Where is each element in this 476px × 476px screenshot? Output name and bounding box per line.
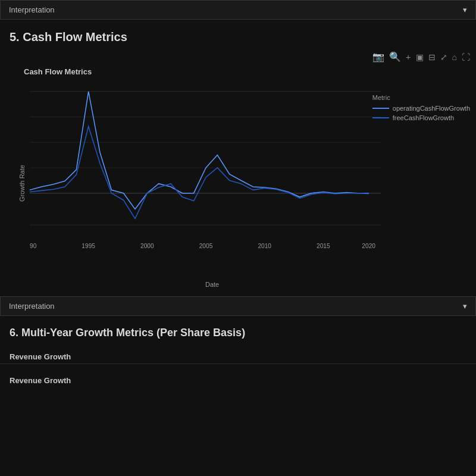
section5-title: 5. Cash Flow Metrics [0, 20, 476, 49]
svg-text:1990: 1990 [30, 242, 36, 249]
top-chevron-icon: ▾ [463, 5, 467, 14]
toolbar-box-icon[interactable]: ▣ [416, 52, 424, 62]
svg-text:2005: 2005 [199, 242, 213, 249]
legend-line-operating [372, 108, 389, 109]
svg-text:2015: 2015 [317, 242, 330, 249]
bottom-interpretation-label: Interpretation [9, 302, 55, 311]
svg-text:1995: 1995 [82, 242, 95, 249]
legend-item-free: freeCashFlowGrowth [372, 114, 470, 121]
chart-legend: Metric operatingCashFlowGrowth freeCashF… [372, 94, 470, 124]
x-axis-label: Date [205, 281, 219, 288]
revenue-growth-2: Revenue Growth [0, 364, 476, 387]
chart-title: Cash Flow Metrics [0, 65, 476, 76]
chart-svg: 8 6 4 2 0 -2 1990 1995 2000 2005 2010 20… [30, 76, 381, 261]
y-axis-label: Growth Rate [18, 165, 26, 202]
top-interpretation-bar[interactable]: Interpretation ▾ [0, 0, 476, 20]
chart-toolbar: 📷 🔍 + ▣ ⊟ ⤢ ⌂ ⛶ [0, 49, 476, 65]
chart-area: Growth Rate 8 6 4 2 0 -2 1990 1995 2000 … [0, 76, 476, 290]
toolbar-zoom-icon[interactable]: 🔍 [389, 51, 401, 62]
legend-label-operating: operatingCashFlowGrowth [393, 105, 470, 112]
revenue-growth-1: Revenue Growth [0, 344, 476, 364]
bottom-interpretation-bar[interactable]: Interpretation ▾ [0, 296, 476, 316]
legend-label-free: freeCashFlowGrowth [393, 114, 454, 121]
legend-line-free [372, 117, 389, 118]
toolbar-expand-icon[interactable]: ⤢ [440, 52, 447, 62]
toolbar-fullscreen-icon[interactable]: ⛶ [462, 52, 470, 62]
legend-title: Metric [372, 94, 470, 101]
top-interpretation-label: Interpretation [9, 5, 55, 14]
toolbar-camera-icon[interactable]: 📷 [372, 51, 384, 62]
svg-text:2010: 2010 [258, 242, 271, 249]
section6-title: 6. Multi-Year Growth Metrics (Per Share … [0, 316, 476, 344]
svg-text:2020: 2020 [362, 242, 375, 249]
bottom-chevron-icon: ▾ [463, 302, 467, 311]
legend-item-operating: operatingCashFlowGrowth [372, 105, 470, 112]
toolbar-home-icon[interactable]: ⌂ [452, 52, 457, 62]
svg-text:2000: 2000 [140, 242, 154, 249]
toolbar-minus-box-icon[interactable]: ⊟ [428, 52, 436, 62]
toolbar-plus-icon[interactable]: + [406, 52, 411, 62]
